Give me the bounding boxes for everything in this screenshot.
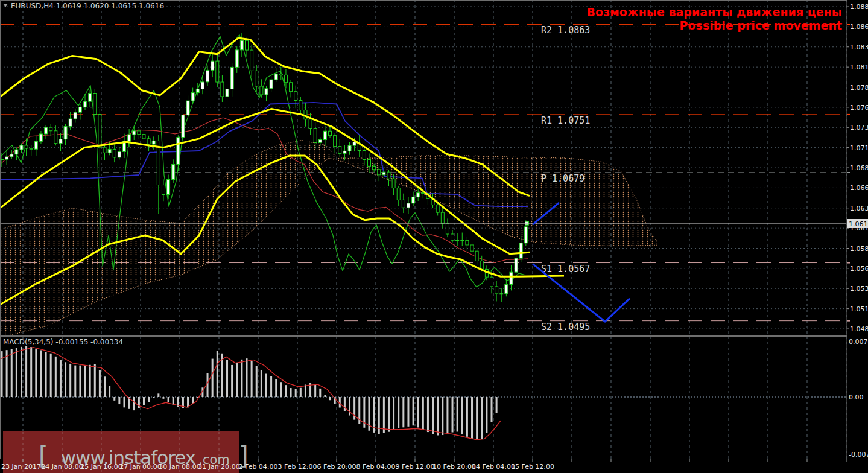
- price-chart-canvas[interactable]: R2 1.0863R1 1.0751P 1.0679S1 1.0567S2 1.…: [0, 0, 868, 473]
- pivot-label-r2: R2 1.0863: [541, 25, 590, 36]
- time-axis-label: 3 Feb 12:00: [277, 463, 317, 471]
- price-axis-label: 1.0585: [850, 245, 868, 253]
- time-axis-label: 15 Feb 12:00: [511, 463, 554, 471]
- time-axis-label: 8 Feb 04:00: [356, 463, 395, 471]
- price-axis-label: 1.0810: [850, 63, 868, 71]
- price-axis-label: 1.0760: [850, 104, 868, 112]
- time-axis-label: 30 Jan 08:00: [159, 463, 201, 471]
- pivot-label-r1: R1 1.0751: [541, 115, 590, 126]
- pivot-label-s2: S2 1.0495: [541, 322, 590, 332]
- time-axis-label: 24 Jan 08:00: [41, 463, 83, 471]
- price-axis-label: 1.0710: [850, 144, 868, 152]
- time-axis-label: 31 Jan 20:00: [198, 463, 240, 471]
- price-axis-label: 1.0485: [850, 325, 868, 333]
- price-axis-label: 1.0535: [850, 285, 868, 293]
- price-axis-label: 1.0860: [850, 23, 868, 31]
- pivot-label-s1: S1 1.0567: [541, 264, 590, 275]
- time-axis-label: 27 Jan 00:00: [119, 463, 162, 471]
- price-axis-label: 1.0785: [850, 84, 868, 92]
- symbol-ohlc-header: EURUSD,H4 1.0619 1.0620 1.0615 1.0616: [11, 2, 164, 10]
- price-axis-label: 1.0735: [850, 124, 868, 132]
- macd-axis-top-label: 0.00703: [849, 338, 868, 346]
- price-axis-label: 1.0835: [850, 43, 868, 51]
- price-axis-label: 1.0510: [850, 305, 868, 313]
- time-axis-label: 2 Feb 04:00: [238, 463, 277, 471]
- annotation-line-ru: Возможные варианты движения цены: [587, 5, 842, 19]
- time-axis-label: 25 Jan 16:00: [80, 463, 122, 471]
- current-price-badge-label: 1.0616: [849, 220, 868, 228]
- time-axis-label: 6 Feb 20:00: [317, 463, 356, 471]
- macd-axis-bottom-label: -0.0073: [849, 451, 868, 459]
- macd-axis-zero-label: 0.00: [849, 393, 864, 401]
- price-axis-label: 1.0660: [850, 184, 868, 192]
- price-axis-label: 1.0685: [850, 164, 868, 172]
- time-axis-label: 10 Feb 20:00: [432, 463, 476, 471]
- price-axis-label: 1.0885: [850, 3, 868, 11]
- time-axis-label: 23 Jan 2017: [1, 463, 41, 471]
- time-axis-label: 14 Feb 04:00: [472, 463, 515, 471]
- price-axis-label: 1.0560: [850, 265, 868, 273]
- macd-header: MACD(5,34,5) -0.00155 -0.00334: [3, 338, 123, 346]
- annotation-line-en: Possible price movement: [680, 19, 842, 32]
- price-axis-label: 1.0635: [850, 205, 868, 212]
- time-axis-label: 9 Feb 12:00: [395, 463, 434, 471]
- pivot-label-p: P 1.0679: [541, 173, 584, 184]
- mt4-chart-window: R2 1.0863R1 1.0751P 1.0679S1 1.0567S2 1.…: [0, 0, 868, 473]
